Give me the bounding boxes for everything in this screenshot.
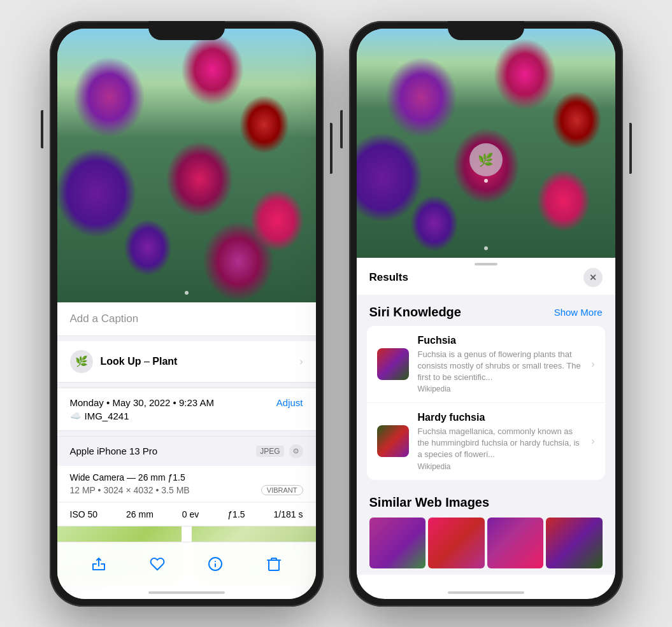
web-image-2[interactable] bbox=[428, 518, 485, 568]
lookup-row[interactable]: 🌿 Look Up – Plant › bbox=[57, 341, 316, 383]
web-image-1[interactable] bbox=[369, 518, 426, 568]
svg-point-2 bbox=[215, 561, 216, 562]
bottom-toolbar bbox=[57, 542, 316, 599]
exif-iso: ISO 50 bbox=[70, 509, 98, 519]
caption-area[interactable]: Add a Caption bbox=[57, 302, 316, 336]
exif-ev: 0 ev bbox=[182, 509, 199, 519]
exif-focal: 26 mm bbox=[126, 509, 154, 519]
heart-icon bbox=[150, 556, 165, 572]
exif-shutter: 1/181 s bbox=[274, 509, 303, 519]
web-image-4[interactable] bbox=[546, 518, 603, 568]
cloud-icon: ☁️ bbox=[70, 411, 81, 421]
vibrant-badge: VIBRANT bbox=[261, 485, 303, 495]
home-indicator-right bbox=[448, 591, 524, 594]
left-phone: Add a Caption 🌿 Look Up – Plant › Monday… bbox=[50, 21, 324, 607]
lookup-label: Look Up – Plant bbox=[101, 356, 178, 367]
filename: IMG_4241 bbox=[85, 411, 129, 421]
knowledge-item-hardy[interactable]: Hardy fuchsia Fuchsia magellanica, commo… bbox=[367, 403, 605, 480]
jpeg-badge: JPEG bbox=[256, 446, 283, 457]
drag-handle bbox=[475, 263, 497, 265]
info-icon bbox=[208, 556, 223, 572]
knowledge-item-fuchsia[interactable]: Fuchsia Fuchsia is a genus of flowering … bbox=[367, 326, 605, 404]
show-more-button[interactable]: Show More bbox=[554, 307, 603, 318]
home-indicator-left bbox=[148, 591, 225, 594]
trash-icon bbox=[267, 556, 281, 572]
hardy-desc: Fuchsia magellanica, commonly known as t… bbox=[418, 426, 583, 461]
hardy-chevron-icon: › bbox=[591, 435, 594, 447]
page-indicator-right bbox=[484, 246, 488, 250]
camera-type: Wide Camera — 26 mm ƒ1.5 bbox=[70, 472, 303, 483]
vl-indicator-dot bbox=[484, 179, 488, 183]
page-indicator-left bbox=[185, 291, 189, 295]
date-text: Monday • May 30, 2022 • 9:23 AM bbox=[70, 397, 214, 408]
share-button[interactable] bbox=[85, 550, 113, 578]
hardy-content: Hardy fuchsia Fuchsia magellanica, commo… bbox=[418, 412, 583, 471]
siri-knowledge-header: Siri Knowledge Show More bbox=[357, 295, 615, 326]
heart-button[interactable] bbox=[143, 550, 171, 578]
fuchsia-name: Fuchsia bbox=[418, 335, 583, 346]
camera-specs: 12 MP • 3024 × 4032 • 3.5 MB bbox=[70, 485, 190, 495]
fuchsia-content: Fuchsia Fuchsia is a genus of flowering … bbox=[418, 335, 583, 394]
hardy-name: Hardy fuchsia bbox=[418, 412, 583, 423]
results-panel[interactable]: Results ✕ Siri Knowledge Show More Fu bbox=[357, 258, 615, 575]
results-header: Results ✕ bbox=[357, 258, 615, 295]
photo-right: 🌿 bbox=[357, 29, 615, 258]
svg-rect-3 bbox=[269, 560, 279, 570]
web-images-title: Similar Web Images bbox=[369, 495, 603, 510]
adjust-button[interactable]: Adjust bbox=[276, 397, 303, 408]
web-images-grid bbox=[369, 518, 603, 568]
date-section: Monday • May 30, 2022 • 9:23 AM Adjust ☁… bbox=[57, 388, 316, 431]
photo-left bbox=[57, 29, 316, 302]
results-title: Results bbox=[369, 271, 408, 284]
share-icon bbox=[91, 556, 106, 572]
exif-aperture: ƒ1.5 bbox=[227, 509, 245, 519]
visual-lookup-button[interactable]: 🌿 bbox=[469, 143, 503, 176]
fuchsia-source: Wikipedia bbox=[418, 384, 583, 393]
location-icon: ⊙ bbox=[289, 444, 303, 458]
device-name: Apple iPhone 13 Pro bbox=[70, 446, 158, 456]
notch-left bbox=[148, 21, 225, 40]
web-image-3[interactable] bbox=[487, 518, 544, 568]
device-section: Apple iPhone 13 Pro JPEG ⊙ Wide Camera —… bbox=[57, 436, 316, 526]
caption-placeholder[interactable]: Add a Caption bbox=[70, 313, 139, 325]
trash-button[interactable] bbox=[260, 550, 288, 578]
right-phone: 🌿 Results ✕ Siri Knowledge Show More bbox=[349, 21, 623, 607]
fuchsia-chevron-icon: › bbox=[591, 358, 594, 370]
web-images-section: Similar Web Images bbox=[357, 485, 615, 575]
fuchsia-thumbnail bbox=[377, 348, 409, 380]
hardy-thumbnail bbox=[377, 425, 409, 457]
notch-right bbox=[448, 21, 524, 40]
fuchsia-desc: Fuchsia is a genus of flowering plants t… bbox=[418, 349, 583, 384]
hardy-source: Wikipedia bbox=[418, 462, 583, 471]
leaf-icon: 🌿 bbox=[70, 350, 93, 373]
flower-image-left bbox=[57, 29, 316, 302]
info-button[interactable] bbox=[201, 550, 229, 578]
knowledge-card: Fuchsia Fuchsia is a genus of flowering … bbox=[367, 326, 605, 480]
close-icon: ✕ bbox=[589, 272, 597, 283]
close-button[interactable]: ✕ bbox=[583, 268, 603, 287]
chevron-right-icon: › bbox=[299, 356, 303, 367]
exif-row: ISO 50 26 mm 0 ev ƒ1.5 1/181 s bbox=[57, 502, 316, 526]
siri-knowledge-title: Siri Knowledge bbox=[369, 305, 461, 320]
